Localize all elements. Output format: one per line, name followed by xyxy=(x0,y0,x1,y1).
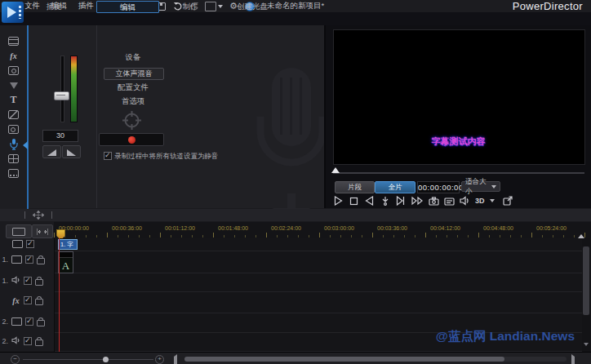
brand-logo-text: PowerDirector xyxy=(513,0,583,12)
subtitle-room-icon[interactable] xyxy=(7,168,20,179)
ruler-label: 00:03:00:00 xyxy=(324,225,354,231)
fade-out-button[interactable] xyxy=(62,145,81,158)
preferences-link[interactable]: 首选项 xyxy=(84,96,182,107)
zoom-in-button[interactable]: + xyxy=(155,355,164,364)
horizontal-scroll-thumb[interactable] xyxy=(184,357,504,362)
mute-tracks-label: 录制过程中将所有轨道设置为静音 xyxy=(114,152,219,162)
chapter-room-icon[interactable] xyxy=(7,153,20,164)
track-number: 1. xyxy=(0,255,8,264)
timeline-zoom-slider[interactable] xyxy=(23,359,153,360)
clip-top-bar xyxy=(59,252,73,258)
video-track-icon xyxy=(11,317,22,326)
record-volume-slider-thumb[interactable] xyxy=(54,91,69,100)
track-header-audio-2: 2. xyxy=(0,336,54,346)
scroll-left-icon[interactable] xyxy=(174,357,177,364)
track-enable-checkbox[interactable] xyxy=(25,255,33,264)
fade-in-button[interactable] xyxy=(42,145,61,158)
menu-bar: 文件 编辑 插件 查看 播放 ⚙ xyxy=(0,0,591,13)
zoom-out-button[interactable]: − xyxy=(11,355,20,364)
3d-dropdown-icon[interactable] xyxy=(490,199,495,202)
preview-video-area[interactable] xyxy=(333,29,585,165)
scroll-right-icon[interactable] xyxy=(571,357,575,364)
lane-divider xyxy=(0,313,582,313)
media-room-icon[interactable] xyxy=(7,36,20,47)
transport-controls: 3D xyxy=(333,194,586,207)
menu-plugins[interactable]: 插件 xyxy=(78,1,94,11)
tab-capture[interactable]: 捕捉 xyxy=(33,1,75,11)
preview-zoom-select[interactable]: 适合大小 xyxy=(461,181,500,192)
audio-track-icon xyxy=(11,276,20,286)
pip-objects-room-icon[interactable] xyxy=(7,65,20,76)
track-lock-icon[interactable] xyxy=(35,279,43,286)
ruler-label: 00:01:48:00 xyxy=(218,225,248,231)
particle-room-icon[interactable] xyxy=(7,80,20,91)
title-room-icon[interactable]: T xyxy=(7,95,20,105)
profile-link[interactable]: 配置文件 xyxy=(84,82,182,93)
tab-create-disc[interactable]: 创建光盘 xyxy=(227,1,278,11)
play-button[interactable] xyxy=(333,196,344,206)
seek-button[interactable] xyxy=(380,196,390,206)
snapshot-button[interactable] xyxy=(429,196,439,206)
record-volume-slider[interactable] xyxy=(60,55,64,122)
lane-divider xyxy=(0,291,582,292)
timecode-display[interactable]: 00:00:00:00 xyxy=(417,181,460,193)
track-enable-checkbox[interactable] xyxy=(24,337,32,345)
movie-mode-button[interactable]: 全片 xyxy=(375,181,415,193)
track-enable-checkbox[interactable] xyxy=(24,277,32,285)
range-select-button[interactable] xyxy=(6,224,32,238)
timeline-tracks-area[interactable] xyxy=(0,238,591,352)
preview-seek-bar[interactable] xyxy=(333,172,584,174)
splitter-drag-handle[interactable] xyxy=(24,211,52,220)
track-manager-button[interactable] xyxy=(32,224,53,238)
3d-mode-button[interactable]: 3D xyxy=(475,197,485,205)
lane-divider xyxy=(0,332,582,333)
ruler-label: 00:04:12:00 xyxy=(430,225,460,231)
track-enable-checkbox[interactable] xyxy=(26,240,34,248)
audio-mixing-room-icon[interactable] xyxy=(7,124,20,135)
record-button[interactable] xyxy=(99,133,164,146)
video-track-icon xyxy=(12,240,23,248)
record-icon xyxy=(128,136,136,144)
track-enable-checkbox[interactable] xyxy=(25,317,33,326)
ruler-label: 00:03:36:00 xyxy=(377,225,407,231)
ruler-label: 00:04:48:00 xyxy=(483,225,513,231)
mute-tracks-checkbox[interactable] xyxy=(104,152,112,160)
preview-zoom-value: 适合大小 xyxy=(465,177,491,197)
device-select-button[interactable]: 立体声混音 xyxy=(104,68,164,80)
audio-level-meter xyxy=(70,55,78,122)
tab-produce[interactable]: 制作 xyxy=(169,1,211,11)
track-enable-checkbox[interactable] xyxy=(24,296,32,304)
fast-forward-button[interactable] xyxy=(411,196,424,206)
title-clip[interactable]: A xyxy=(58,251,73,273)
undock-preview-button[interactable] xyxy=(503,196,513,206)
fx-track-icon: fx xyxy=(11,296,20,305)
voice-over-room-icon[interactable] xyxy=(7,139,20,149)
track-lock-icon[interactable] xyxy=(35,299,43,305)
subtitle-clip[interactable]: 1. 字 xyxy=(58,239,78,250)
seek-position-marker[interactable] xyxy=(331,167,340,173)
range-select-icon xyxy=(12,228,25,236)
volume-value-field[interactable]: 30 xyxy=(42,130,78,142)
track-number: 2. xyxy=(0,317,8,326)
preview-quality-button[interactable] xyxy=(444,196,455,206)
mode-tab-bar xyxy=(0,12,591,26)
previous-frame-button[interactable] xyxy=(364,196,375,206)
tab-edit[interactable]: 编辑 xyxy=(96,1,159,13)
track-lock-icon[interactable] xyxy=(35,340,43,346)
effects-room-icon[interactable]: fx xyxy=(7,51,20,61)
handle-bar xyxy=(51,211,52,219)
next-frame-button[interactable] xyxy=(395,196,406,206)
track-lock-icon[interactable] xyxy=(37,258,45,264)
fade-out-icon xyxy=(67,149,76,156)
track-lock-icon[interactable] xyxy=(37,320,45,326)
vertical-scroll-thumb[interactable] xyxy=(583,246,589,315)
clip-mode-button[interactable]: 片段 xyxy=(335,181,375,193)
device-label: 设备 xyxy=(84,52,182,63)
timeline-splitter[interactable] xyxy=(0,209,591,222)
handle-bar xyxy=(24,211,25,219)
transition-room-icon[interactable] xyxy=(7,109,20,120)
playhead-line[interactable] xyxy=(59,238,60,352)
volume-button[interactable] xyxy=(460,196,470,206)
timeline-zoom-thumb[interactable] xyxy=(103,357,109,362)
stop-button[interactable] xyxy=(349,196,359,206)
